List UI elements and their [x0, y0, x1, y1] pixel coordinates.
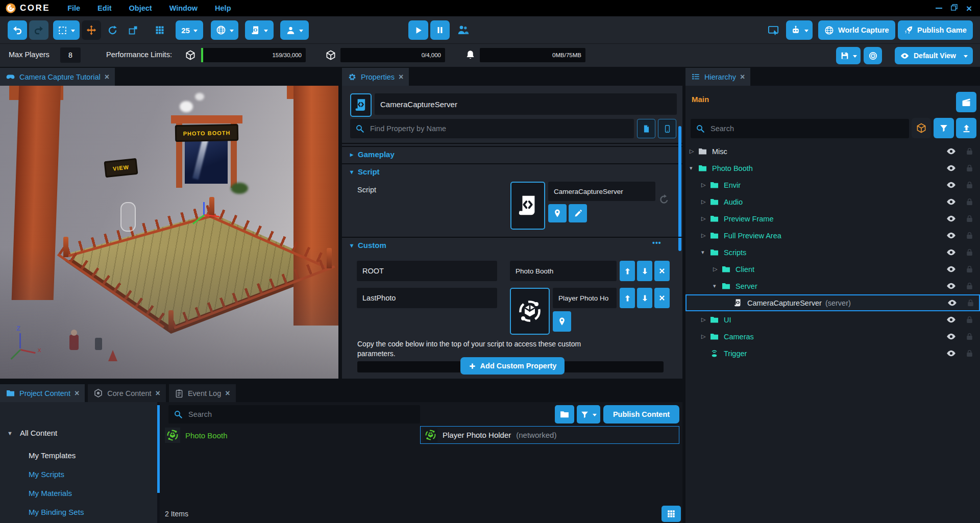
sidebar-item-my-materials[interactable]: My Materials	[29, 489, 72, 497]
content-search-input[interactable]	[187, 410, 415, 419]
player-mode-dropdown[interactable]	[280, 20, 309, 40]
tab-close-icon[interactable]: ×	[740, 73, 745, 81]
tab-viewport[interactable]: Camera Capture Tutorial ×	[0, 68, 115, 86]
copy-properties-button[interactable]	[637, 119, 655, 138]
expand-closed-icon[interactable]: ▷	[701, 215, 709, 222]
tree-row-trigger[interactable]: Trigger	[685, 345, 980, 362]
expand-closed-icon[interactable]: ▷	[713, 266, 721, 272]
tree-row-client[interactable]: ▷ Client	[685, 261, 980, 278]
menu-file[interactable]: File	[67, 4, 80, 12]
expand-open-icon[interactable]: ▼	[7, 430, 13, 436]
custom-key-field[interactable]: ROOT	[357, 261, 497, 281]
tree-row-ui[interactable]: ▷ UI	[685, 311, 980, 328]
world-capture-button[interactable]: World Capture	[818, 20, 895, 40]
eye-icon[interactable]	[946, 146, 957, 157]
tab-core-content[interactable]: Core Content ×	[88, 384, 166, 402]
sidebar-item-my-scripts[interactable]: My Scripts	[29, 470, 64, 479]
sidebar-item-all-content[interactable]: ▼ All Content	[7, 429, 57, 437]
section-script[interactable]: Script	[350, 167, 380, 176]
custom-value-field[interactable]: Player Photo Ho	[553, 288, 617, 308]
properties-scrollbar[interactable]	[678, 126, 681, 251]
find-template-button[interactable]	[553, 311, 571, 332]
viewport-3d-scene[interactable]: PHOTO BOOTH VIEW	[0, 86, 338, 379]
eye-icon[interactable]	[946, 348, 957, 359]
eye-icon[interactable]	[947, 297, 958, 308]
asset-usage-button[interactable]	[912, 118, 931, 138]
template-asset-icon[interactable]	[510, 288, 550, 335]
tab-close-icon[interactable]: ×	[156, 389, 160, 397]
publish-content-button[interactable]: Publish Content	[603, 405, 679, 424]
export-button[interactable]	[956, 118, 976, 138]
restore-icon[interactable]	[951, 4, 958, 12]
tree-row-misc[interactable]: ▷ Misc	[685, 143, 980, 160]
move-down-button[interactable]	[637, 261, 652, 281]
property-search-input[interactable]	[369, 124, 629, 133]
tab-close-icon[interactable]: ×	[105, 73, 109, 81]
object-name-field[interactable]: CameraCaptureServer	[375, 93, 677, 115]
tab-close-icon[interactable]: ×	[75, 389, 79, 397]
tab-close-icon[interactable]: ×	[225, 389, 230, 397]
delete-property-button[interactable]	[654, 261, 670, 281]
play-button[interactable]	[408, 20, 428, 40]
hierarchy-search-input[interactable]	[709, 124, 904, 133]
hierarchy-filter-button[interactable]	[934, 118, 954, 138]
pause-button[interactable]	[430, 20, 450, 40]
find-script-button[interactable]	[548, 204, 567, 222]
lock-icon[interactable]	[965, 282, 974, 290]
default-view-dropdown[interactable]: Default View	[895, 47, 973, 64]
expand-closed-icon[interactable]: ▷	[690, 148, 698, 155]
ai-assistant-dropdown[interactable]	[786, 20, 813, 40]
minimize-icon[interactable]	[936, 8, 942, 9]
grid-view-button[interactable]	[662, 506, 681, 522]
lock-icon[interactable]	[965, 164, 974, 172]
section-custom[interactable]: Custom	[350, 241, 386, 250]
expand-closed-icon[interactable]: ▷	[701, 316, 709, 323]
tree-row-full-preview-area[interactable]: ▷ Full Preview Area	[685, 227, 980, 244]
section-gameplay[interactable]: Gameplay	[350, 150, 395, 159]
custom-menu-button[interactable]: •••	[652, 239, 662, 247]
lock-icon[interactable]	[965, 231, 974, 240]
lock-icon[interactable]	[966, 298, 975, 307]
menu-edit[interactable]: Edit	[97, 4, 111, 12]
select-tool-dropdown[interactable]	[53, 20, 80, 40]
eye-icon[interactable]	[946, 264, 957, 275]
help-target-button[interactable]	[864, 47, 882, 64]
undo-button[interactable]	[8, 20, 27, 40]
eye-icon[interactable]	[946, 230, 957, 241]
tab-event-log[interactable]: Event Log ×	[169, 384, 236, 402]
custom-value-field[interactable]: Photo Booth	[510, 261, 617, 281]
cinematic-editor-button[interactable]	[956, 92, 976, 112]
max-players-field[interactable]: 8	[60, 47, 81, 63]
world-snap-dropdown[interactable]	[211, 20, 238, 40]
lock-icon[interactable]	[965, 332, 974, 341]
tree-row-audio[interactable]: ▷ Audio	[685, 193, 980, 210]
eye-icon[interactable]	[946, 196, 957, 207]
sidebar-scrollbar[interactable]	[157, 405, 160, 493]
lock-icon[interactable]	[965, 265, 974, 273]
reset-property-icon[interactable]	[658, 194, 670, 205]
menu-window[interactable]: Window	[169, 4, 198, 12]
eye-icon[interactable]	[946, 331, 957, 342]
expand-open-icon[interactable]: ▾	[690, 165, 698, 171]
eye-icon[interactable]	[946, 281, 957, 291]
multiplayer-preview-button[interactable]	[453, 20, 473, 40]
expand-closed-icon[interactable]: ▷	[701, 333, 709, 340]
gizmo-z-axis[interactable]	[203, 202, 205, 215]
delete-property-button[interactable]	[654, 288, 670, 308]
move-tool-button[interactable]	[82, 20, 101, 40]
publish-game-button[interactable]: Publish Game	[898, 20, 973, 40]
eye-icon[interactable]	[946, 180, 957, 190]
eye-icon[interactable]	[946, 314, 957, 325]
close-icon[interactable]: ×	[966, 4, 972, 13]
hierarchy-search[interactable]	[691, 119, 909, 138]
tab-properties[interactable]: Properties ×	[342, 68, 409, 86]
expand-closed-icon[interactable]: ▷	[701, 182, 709, 188]
move-down-button[interactable]	[637, 288, 652, 308]
save-dropdown[interactable]	[836, 47, 861, 64]
lock-icon[interactable]	[965, 248, 974, 257]
lock-icon[interactable]	[965, 147, 974, 156]
script-asset-icon[interactable]	[510, 182, 545, 230]
move-up-button[interactable]	[620, 261, 635, 281]
lock-icon[interactable]	[965, 214, 974, 223]
expand-open-icon[interactable]: ▾	[701, 249, 709, 256]
